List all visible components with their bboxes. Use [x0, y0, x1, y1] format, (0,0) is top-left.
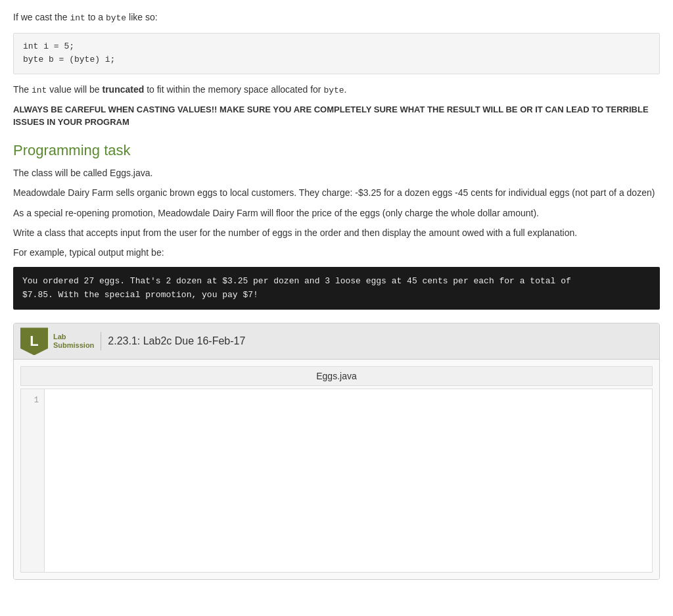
- example-output-block: You ordered 27 eggs. That's 2 dozen at $…: [13, 267, 660, 310]
- section-title: Programming task: [13, 142, 660, 159]
- lab-label-line1: Lab: [53, 333, 94, 341]
- lab-title-separator: [101, 332, 101, 350]
- example-output-line2: $7.85. With the special promotion, you p…: [22, 289, 651, 302]
- truncation-text-suffix: value will be: [47, 84, 102, 95]
- lab-icon: L: [20, 327, 48, 355]
- code-editor-area: Eggs.java 1: [14, 360, 659, 579]
- task-text: Write a class that accepts input from th…: [13, 225, 660, 240]
- code-line-2: byte b = (byte) i;: [23, 53, 650, 67]
- truncation-byte-kw: byte: [323, 85, 344, 95]
- line-numbers: 1: [21, 389, 45, 572]
- lab-icon-letter: L: [30, 333, 38, 350]
- truncation-prefix: The: [13, 84, 32, 95]
- intro-text-after: like so:: [126, 12, 157, 22]
- code-textarea[interactable]: [45, 389, 652, 572]
- example-prefix-text: For example, typical output might be:: [13, 245, 660, 260]
- intro-text-before: If we cast the: [13, 12, 70, 22]
- line-number-1: 1: [28, 394, 39, 407]
- lab-submission-header: L Lab Submission 2.23.1: Lab2c Due 16-Fe…: [14, 323, 659, 360]
- truncated-bold: truncated: [102, 84, 144, 95]
- lab-submission-title: 2.23.1: Lab2c Due 16-Feb-17: [108, 335, 245, 347]
- code-example-block: int i = 5; byte b = (byte) i;: [13, 33, 660, 75]
- class-name-text: The class will be called Eggs.java.: [13, 166, 660, 180]
- byte-keyword: byte: [106, 13, 126, 23]
- description-text: Meadowdale Dairy Farm sells organic brow…: [13, 185, 660, 200]
- lab-label-container: Lab Submission: [53, 333, 94, 350]
- truncation-end: to fit within the memory space allocated…: [144, 84, 323, 95]
- lab-label-line2: Submission: [53, 341, 94, 350]
- promotion-text: As a special re-opening promotion, Meado…: [13, 206, 660, 220]
- truncation-period: .: [344, 84, 347, 95]
- truncation-note: The int value will be truncated to fit w…: [13, 82, 660, 98]
- warning-paragraph: ALWAYS BE CAREFUL WHEN CASTING VALUES!! …: [13, 103, 660, 129]
- code-editor: 1: [20, 389, 653, 573]
- intro-text-middle: to a: [85, 12, 106, 22]
- int-keyword: int: [70, 13, 85, 23]
- intro-paragraph: If we cast the int to a byte like so:: [13, 11, 660, 25]
- truncation-int-kw: int: [32, 85, 47, 95]
- code-line-1: int i = 5;: [23, 40, 650, 54]
- lab-submission-box: L Lab Submission 2.23.1: Lab2c Due 16-Fe…: [13, 323, 660, 580]
- code-editor-filename: Eggs.java: [20, 366, 653, 386]
- example-output-line1: You ordered 27 eggs. That's 2 dozen at $…: [22, 275, 651, 289]
